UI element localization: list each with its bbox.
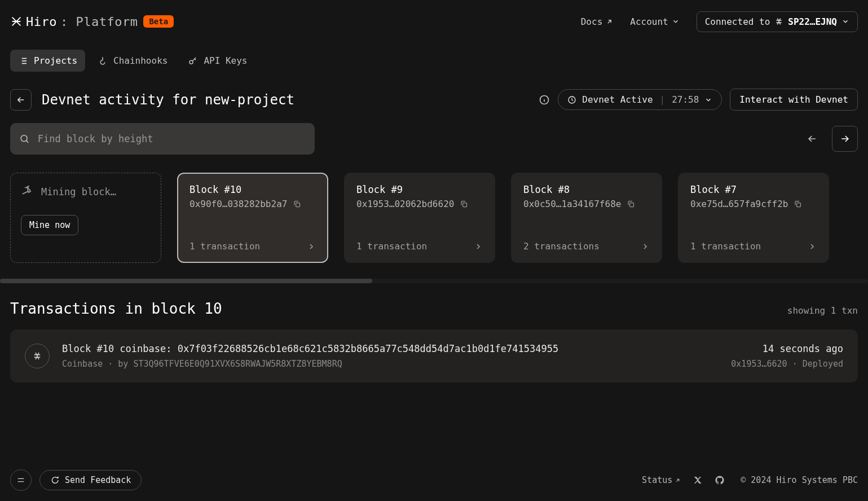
wallet-address: SP22…EJNQ [788,16,837,27]
chevron-down-icon [704,96,712,104]
mining-label: Mining block… [41,186,116,197]
tx-hash-short: 0x1953…6620 [731,359,787,369]
docs-label: Docs [581,16,603,27]
tab-chainhooks[interactable]: Chainhooks [90,50,175,72]
menu-icon [16,476,25,485]
tab-chainhooks-label: Chainhooks [113,55,168,66]
logo-group: Hiro : Platform Beta [10,15,174,29]
chevron-right-icon [474,242,483,251]
clock-icon [567,95,576,104]
nav-tabs: Projects Chainhooks API Keys [0,34,868,78]
next-block-button[interactable] [832,126,858,152]
tx-by-prefix: by [118,359,128,369]
chevron-down-icon [672,17,680,25]
logo-main: Hiro [26,15,57,29]
block-card[interactable]: Block #7 0xe75d…657fa9cff2b 1 transactio… [678,173,829,263]
page-title-row: Devnet activity for new-project Devnet A… [0,78,868,111]
beta-badge: Beta [143,15,174,28]
account-label: Account [630,16,668,27]
tx-type: Coinbase [62,359,103,369]
key-icon [188,56,198,66]
devnet-timer: 27:58 [672,94,699,105]
tx-showing: showing 1 txn [787,305,858,316]
tab-api-keys[interactable]: API Keys [180,50,255,72]
block-hash: 0x1953…02062bd6620 [356,199,454,209]
block-card[interactable]: Block #9 0x1953…02062bd6620 1 transactio… [344,173,495,263]
chevron-right-icon [808,242,817,251]
x-link[interactable] [693,476,702,485]
block-label: Block #8 [523,184,650,195]
scroll-indicator[interactable] [0,279,868,283]
logo-sub: : Platform [60,15,138,29]
svg-point-3 [21,135,27,142]
devnet-status-dropdown[interactable]: Devnet Active | 27:58 [558,89,722,110]
tx-body: Block #10 coinbase: 0x7f03f22688526cb1e6… [62,343,719,369]
header-right: Docs Account Connected to SP22…EJNQ [581,11,858,32]
chevron-down-icon [841,17,849,25]
hiro-logo-icon [10,15,23,28]
copyright: © 2024 Hiro Systems PBC [741,475,858,485]
title-left: Devnet activity for new-project [10,89,294,111]
menu-button[interactable] [10,469,32,491]
transactions-section: Transactions in block 10 showing 1 txn B… [0,283,868,383]
search-box[interactable] [10,123,315,155]
logo[interactable]: Hiro : Platform [10,15,138,29]
tx-row[interactable]: Block #10 coinbase: 0x7f03f22688526cb1e6… [10,329,858,383]
back-button[interactable] [10,89,32,111]
tx-type-icon [25,344,50,368]
wallet-connect-button[interactable]: Connected to SP22…EJNQ [697,11,858,32]
block-label: Block #10 [190,184,316,195]
tx-header: Transactions in block 10 showing 1 txn [10,300,858,317]
external-link-icon [606,18,613,25]
block-tx-count: 1 transaction [356,241,427,252]
arrow-right-icon [839,133,851,144]
x-icon [693,476,702,485]
github-icon [715,475,725,485]
block-tx-count: 1 transaction [190,241,260,252]
prev-block-button[interactable] [799,126,825,152]
mine-now-button[interactable]: Mine now [21,215,78,235]
send-feedback-button[interactable]: Send Feedback [39,470,142,490]
svg-point-0 [190,60,193,64]
arrow-left-icon [807,133,818,144]
svg-rect-4 [296,203,300,207]
tx-by: ST3Q96TFVE6E0Q91XVX6S8RWAJW5R8XTZ8YEBM8R… [133,359,342,369]
header: Hiro : Platform Beta Docs Account Connec… [0,0,868,34]
tx-meta: 0x1953…6620 · Deployed [731,359,843,369]
block-card[interactable]: Block #8 0x0c50…1a34167f68e 2 transactio… [511,173,662,263]
docs-link[interactable]: Docs [581,16,614,27]
block-hash: 0x90f0…038282bb2a7 [190,199,287,209]
search-icon [19,133,30,144]
page-title: Devnet activity for new-project [42,92,294,108]
search-row [0,111,868,155]
block-tx-count: 2 transactions [523,241,600,252]
github-link[interactable] [715,475,725,485]
block-label: Block #7 [690,184,817,195]
tx-time: 14 seconds ago [731,343,843,354]
svg-rect-7 [797,203,801,207]
info-icon[interactable] [539,94,550,106]
account-menu[interactable]: Account [630,16,679,27]
status-link[interactable]: Status [642,475,681,485]
block-card[interactable]: Block #10 0x90f0…038282bb2a7 1 transacti… [177,173,328,263]
footer: Send Feedback Status © 2024 Hiro Systems… [0,460,868,501]
list-icon [18,56,28,66]
blocks-row: Mining block… Mine now Block #10 0x90f0…… [0,155,868,263]
copy-icon[interactable] [460,200,468,208]
scroll-thumb[interactable] [0,279,372,283]
interact-with-devnet-button[interactable]: Interact with Devnet [730,89,858,111]
block-tx-count: 1 transaction [690,241,761,252]
copy-icon[interactable] [627,200,635,208]
copy-icon[interactable] [794,200,802,208]
external-link-icon [675,477,681,484]
tab-projects[interactable]: Projects [10,50,85,72]
devnet-status-label: Devnet Active [582,94,653,105]
block-hash: 0xe75d…657fa9cff2b [690,199,788,209]
status-label: Status [642,475,672,485]
tx-right: 14 seconds ago 0x1953…6620 · Deployed [731,343,843,369]
search-input[interactable] [38,133,306,144]
copy-icon[interactable] [293,200,301,208]
tx-title-text: Block #10 coinbase: 0x7f03f22688526cb1e6… [62,343,719,354]
feedback-label: Send Feedback [65,475,131,485]
connected-prefix: Connected to [705,16,770,27]
